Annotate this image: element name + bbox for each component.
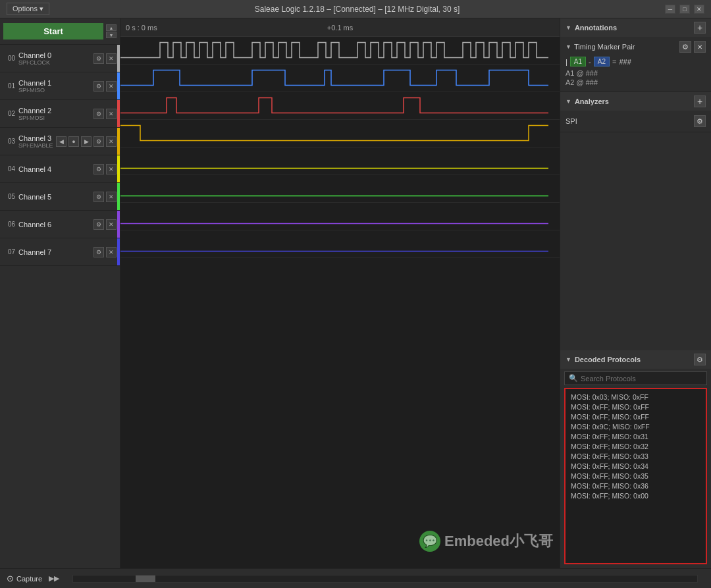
protocol-item-1[interactable]: MOSI: 0xFF; MISO: 0xFF <box>571 402 700 412</box>
equals-sign: = <box>612 58 616 66</box>
protocol-item-2[interactable]: MOSI: 0xFF; MISO: 0xFF <box>571 412 700 421</box>
protocol-item-5[interactable]: MOSI: 0xFF; MISO: 0x32 <box>571 441 700 451</box>
pipe-separator: | <box>566 58 567 66</box>
channel-controls-2: ⚙ ✕ <box>93 109 117 119</box>
annotations-section: ▼ Annotations + ▼ Timing Marker Pair ⚙ ✕… <box>560 18 711 92</box>
nav-down-button[interactable]: ▼ <box>106 32 117 38</box>
protocol-item-7[interactable]: MOSI: 0xFF; MISO: 0x34 <box>571 461 700 471</box>
channel-name-5: Channel 5 <box>18 193 93 201</box>
close-button[interactable]: ✕ <box>694 5 704 14</box>
annotations-add-button[interactable]: + <box>694 22 706 34</box>
channel-gear-7[interactable]: ⚙ <box>93 247 104 257</box>
protocol-item-3[interactable]: MOSI: 0x9C; MISO: 0xFF <box>571 421 700 431</box>
timing-add-button[interactable]: ✕ <box>694 41 706 53</box>
waveform-row-6 <box>120 203 560 230</box>
waveform-row-7 <box>120 230 560 258</box>
nav-up-button[interactable]: ▲ <box>106 24 117 31</box>
channel-info-0: Channel 0 SPI·CLOCK <box>18 51 93 66</box>
channel-close-4[interactable]: ✕ <box>106 164 117 174</box>
channel-info-2: Channel 2 SPI·MOSI <box>18 107 93 121</box>
channel-gear-3[interactable]: ⚙ <box>93 136 104 147</box>
analyzers-add-button[interactable]: + <box>694 95 706 107</box>
channel-close-1[interactable]: ✕ <box>106 81 117 92</box>
waveform-row-2 <box>120 92 560 120</box>
channel-close-0[interactable]: ✕ <box>106 53 117 64</box>
protocol-item-9[interactable]: MOSI: 0xFF; MISO: 0x36 <box>571 481 700 491</box>
channel-number-3: 03 <box>3 138 15 145</box>
a1-at-line: A1 @ ### <box>566 69 706 77</box>
minimize-button[interactable]: ─ <box>665 5 675 14</box>
channel-gear-0[interactable]: ⚙ <box>93 53 104 64</box>
channel-gear-6[interactable]: ⚙ <box>93 219 104 230</box>
a1-badge: A1 <box>570 57 586 67</box>
channel-gear-4[interactable]: ⚙ <box>93 164 104 174</box>
channel-row-4: 04 Channel 4 ⚙ ✕ <box>0 155 120 183</box>
channel-gear-1[interactable]: ⚙ <box>93 81 104 92</box>
channel-gear-2[interactable]: ⚙ <box>93 109 104 119</box>
options-button[interactable]: Options ▾ <box>7 3 49 15</box>
channel-extra2-3[interactable]: ● <box>68 136 79 147</box>
channel-close-6[interactable]: ✕ <box>106 219 117 230</box>
search-protocols-input[interactable] <box>581 375 702 383</box>
channel-close-5[interactable]: ✕ <box>106 192 117 202</box>
maximize-button[interactable]: □ <box>679 5 690 14</box>
dash-separator: - <box>589 58 591 66</box>
protocol-item-10[interactable]: MOSI: 0xFF; MISO: 0x00 <box>571 491 700 500</box>
start-btn-row: Start ▲ ▼ <box>0 18 120 45</box>
protocol-list[interactable]: MOSI: 0x03; MISO: 0xFFMOSI: 0xFF; MISO: … <box>564 388 707 564</box>
timing-marker-row: ▼ Timing Marker Pair ⚙ ✕ <box>566 41 706 53</box>
search-icon: 🔍 <box>569 374 578 383</box>
nav-arrows: ▲ ▼ <box>106 24 117 38</box>
annotations-content: ▼ Timing Marker Pair ⚙ ✕ | A1 - A2 = ###… <box>560 37 711 92</box>
a2-at-line: A2 @ ### <box>566 78 706 86</box>
channel-info-3: Channel 3 SPI·ENABLE <box>18 134 56 149</box>
channel-gear-5[interactable]: ⚙ <box>93 192 104 202</box>
time-ruler: 0 s : 0 ms +0.1 ms <box>120 18 560 37</box>
main-layout: Start ▲ ▼ 00 Channel 0 SPI·CLOCK ⚙ ✕ 01 … <box>0 18 711 568</box>
capture-label: Capture <box>16 575 42 583</box>
protocol-item-8[interactable]: MOSI: 0xFF; MISO: 0x35 <box>571 471 700 481</box>
scrollbar-thumb[interactable] <box>136 575 155 582</box>
decoded-gear-button[interactable]: ⚙ <box>694 354 706 365</box>
channel-extra1-3[interactable]: ◀ <box>56 136 66 147</box>
channel-extra3-3[interactable]: ▶ <box>81 136 92 147</box>
protocol-item-4[interactable]: MOSI: 0xFF; MISO: 0x31 <box>571 431 700 441</box>
protocol-item-6[interactable]: MOSI: 0xFF; MISO: 0x33 <box>571 451 700 461</box>
channel-color-bar-6 <box>117 211 120 238</box>
spacer <box>560 132 711 350</box>
a2-badge: A2 <box>594 57 610 67</box>
spi-analyzer-row: SPI ⚙ <box>566 113 706 129</box>
analyzers-content: SPI ⚙ <box>560 111 711 132</box>
hash-result: ### <box>619 58 631 66</box>
waveform-area: 0 s : 0 ms +0.1 ms <box>120 18 560 568</box>
channel-name-0: Channel 0 <box>18 51 93 59</box>
decoded-protocols-title: Decoded Protocols <box>575 356 691 363</box>
waveform-row-3 <box>120 120 560 147</box>
waveform-channels[interactable] <box>120 37 560 568</box>
protocol-item-0[interactable]: MOSI: 0x03; MISO: 0xFF <box>571 392 700 402</box>
search-protocols-bar[interactable]: 🔍 <box>564 371 707 385</box>
channel-controls-5: ⚙ ✕ <box>93 192 117 202</box>
channel-number-2: 02 <box>3 110 15 117</box>
spi-gear-button[interactable]: ⚙ <box>694 115 706 127</box>
scrollbar-area[interactable] <box>72 575 698 583</box>
timing-gear-button[interactable]: ⚙ <box>679 41 691 53</box>
channel-row-5: 05 Channel 5 ⚙ ✕ <box>0 183 120 211</box>
channel-sub-3: SPI·ENABLE <box>18 142 56 149</box>
channel-number-4: 04 <box>3 165 15 173</box>
channel-number-7: 07 <box>3 248 15 255</box>
status-bar: ⊙ Capture ▶▶ <box>0 568 711 588</box>
start-button[interactable]: Start <box>3 23 103 40</box>
annotations-triangle-icon: ▼ <box>566 24 571 31</box>
capture-forward-button[interactable]: ▶▶ <box>47 574 61 583</box>
waveform-row-1 <box>120 65 560 92</box>
channel-close-7[interactable]: ✕ <box>106 247 117 257</box>
capture-button[interactable]: ⊙ Capture <box>7 574 42 583</box>
timing-triangle-icon: ▼ <box>566 43 571 50</box>
channel-controls-7: ⚙ ✕ <box>93 247 117 257</box>
window-controls: ─ □ ✕ <box>665 5 704 14</box>
channel-number-6: 06 <box>3 221 15 228</box>
channel-close-3[interactable]: ✕ <box>106 136 117 147</box>
channel-close-2[interactable]: ✕ <box>106 109 117 119</box>
channel-name-4: Channel 4 <box>18 165 93 173</box>
